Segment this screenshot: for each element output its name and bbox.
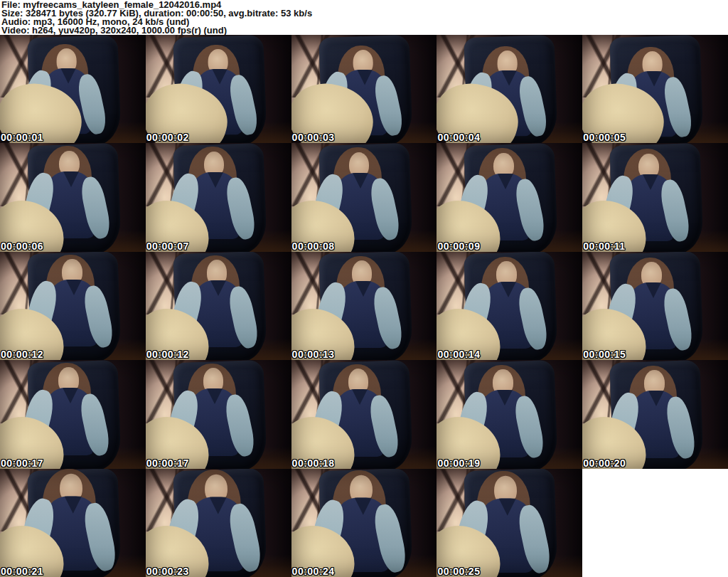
video-thumbnail-frame: 00:00:11 bbox=[582, 143, 728, 251]
vignette-overlay bbox=[437, 360, 582, 468]
timestamp-label: 00:00:12 bbox=[146, 349, 189, 359]
vignette-overlay bbox=[437, 252, 582, 360]
video-frame-image bbox=[0, 252, 146, 360]
video-frame-image bbox=[582, 252, 728, 360]
timestamp-label: 00:00:09 bbox=[437, 241, 480, 251]
video-thumbnail-frame: 00:00:17 bbox=[0, 360, 146, 468]
vignette-overlay bbox=[146, 360, 291, 468]
vignette-overlay bbox=[582, 252, 728, 360]
video-thumbnail-frame: 00:00:14 bbox=[437, 252, 582, 360]
video-thumbnail-frame: 00:00:13 bbox=[291, 252, 437, 360]
timestamp-label: 00:00:06 bbox=[1, 241, 43, 251]
video-thumbnail-frame: 00:00:12 bbox=[146, 252, 291, 360]
vignette-overlay bbox=[291, 35, 437, 143]
video-frame-image bbox=[291, 143, 437, 251]
video-frame-image bbox=[437, 143, 582, 251]
vignette-overlay bbox=[437, 143, 582, 251]
video-frame-image bbox=[291, 35, 437, 143]
vignette-overlay bbox=[291, 469, 437, 577]
vignette-overlay bbox=[146, 143, 291, 251]
timestamp-label: 00:00:07 bbox=[146, 241, 189, 251]
video-frame-image bbox=[582, 35, 728, 143]
vignette-overlay bbox=[582, 35, 728, 143]
vignette-overlay bbox=[146, 252, 291, 360]
video-thumbnail-frame: 00:00:18 bbox=[291, 360, 437, 468]
video-frame-image bbox=[437, 360, 582, 468]
video-frame-image bbox=[437, 35, 582, 143]
video-thumbnail-frame: 00:00:08 bbox=[291, 143, 437, 251]
video-thumbnail-frame: 00:00:25 bbox=[437, 469, 582, 577]
timestamp-label: 00:00:17 bbox=[1, 458, 43, 468]
vignette-overlay bbox=[291, 143, 437, 251]
video-thumbnail-frame: 00:00:24 bbox=[291, 469, 437, 577]
video-thumbnail-frame: 00:00:23 bbox=[146, 469, 291, 577]
timestamp-label: 00:00:17 bbox=[146, 458, 189, 468]
timestamp-label: 00:00:02 bbox=[146, 132, 189, 142]
vignette-overlay bbox=[0, 35, 146, 143]
thumbnail-grid: 00:00:01 00:00:02 bbox=[0, 35, 728, 577]
timestamp-label: 00:00:15 bbox=[583, 349, 626, 359]
timestamp-label: 00:00:21 bbox=[1, 566, 43, 576]
timestamp-label: 00:00:20 bbox=[583, 458, 626, 468]
video-frame-image bbox=[146, 360, 291, 468]
video-frame-image bbox=[582, 143, 728, 251]
timestamp-label: 00:00:08 bbox=[292, 241, 335, 251]
video-thumbnail-frame: 00:00:17 bbox=[146, 360, 291, 468]
video-thumbnail-frame: 00:00:01 bbox=[0, 35, 146, 143]
video-thumbnail-frame: 00:00:02 bbox=[146, 35, 291, 143]
timestamp-label: 00:00:23 bbox=[146, 566, 189, 576]
video-info-line: Video: h264, yuv420p, 320x240, 1000.00 f… bbox=[1, 26, 728, 35]
vignette-overlay bbox=[0, 143, 146, 251]
timestamp-label: 00:00:11 bbox=[583, 241, 625, 251]
video-frame-image bbox=[582, 360, 728, 468]
video-frame-image bbox=[291, 252, 437, 360]
video-thumbnail-frame: 00:00:06 bbox=[0, 143, 146, 251]
video-thumbnail-frame: 00:00:07 bbox=[146, 143, 291, 251]
video-thumbnail-frame: 00:00:04 bbox=[437, 35, 582, 143]
timestamp-label: 00:00:14 bbox=[437, 349, 480, 359]
vignette-overlay bbox=[146, 469, 291, 577]
timestamp-label: 00:00:18 bbox=[292, 458, 335, 468]
timestamp-label: 00:00:25 bbox=[437, 566, 480, 576]
vignette-overlay bbox=[146, 35, 291, 143]
vignette-overlay bbox=[291, 252, 437, 360]
vignette-overlay bbox=[437, 35, 582, 143]
timestamp-label: 00:00:19 bbox=[437, 458, 480, 468]
video-frame-image bbox=[437, 252, 582, 360]
video-frame-image bbox=[146, 469, 291, 577]
video-frame-image bbox=[146, 252, 291, 360]
video-frame-image bbox=[0, 35, 146, 143]
video-thumbnail-frame: 00:00:03 bbox=[291, 35, 437, 143]
video-frame-image bbox=[0, 360, 146, 468]
video-frame-image bbox=[291, 469, 437, 577]
vignette-overlay bbox=[437, 469, 582, 577]
video-frame-image bbox=[291, 360, 437, 468]
video-thumbnail-frame: 00:00:19 bbox=[437, 360, 582, 468]
timestamp-label: 00:00:24 bbox=[292, 566, 335, 576]
video-thumbnail-frame: 00:00:21 bbox=[0, 469, 146, 577]
video-frame-image bbox=[146, 35, 291, 143]
timestamp-label: 00:00:01 bbox=[1, 132, 43, 142]
video-frame-image bbox=[0, 469, 146, 577]
video-frame-image bbox=[437, 469, 582, 577]
timestamp-label: 00:00:04 bbox=[437, 132, 480, 142]
vignette-overlay bbox=[291, 360, 437, 468]
timestamp-label: 00:00:13 bbox=[292, 349, 335, 359]
vignette-overlay bbox=[0, 469, 146, 577]
vignette-overlay bbox=[0, 252, 146, 360]
video-frame-image bbox=[0, 143, 146, 251]
video-thumbnail-frame: 00:00:20 bbox=[582, 360, 728, 468]
video-thumbnail-frame: 00:00:15 bbox=[582, 252, 728, 360]
video-thumbnail-frame: 00:00:09 bbox=[437, 143, 582, 251]
timestamp-label: 00:00:03 bbox=[292, 132, 335, 142]
vignette-overlay bbox=[582, 360, 728, 468]
video-frame-image bbox=[146, 143, 291, 251]
vignette-overlay bbox=[0, 360, 146, 468]
timestamp-label: 00:00:12 bbox=[1, 349, 43, 359]
file-info-header: File: myfreecams_katyleen_female_1204201… bbox=[0, 0, 728, 35]
video-thumbnail-frame: 00:00:05 bbox=[582, 35, 728, 143]
vignette-overlay bbox=[582, 143, 728, 251]
timestamp-label: 00:00:05 bbox=[583, 132, 626, 142]
video-thumbnail-frame: 00:00:12 bbox=[0, 252, 146, 360]
